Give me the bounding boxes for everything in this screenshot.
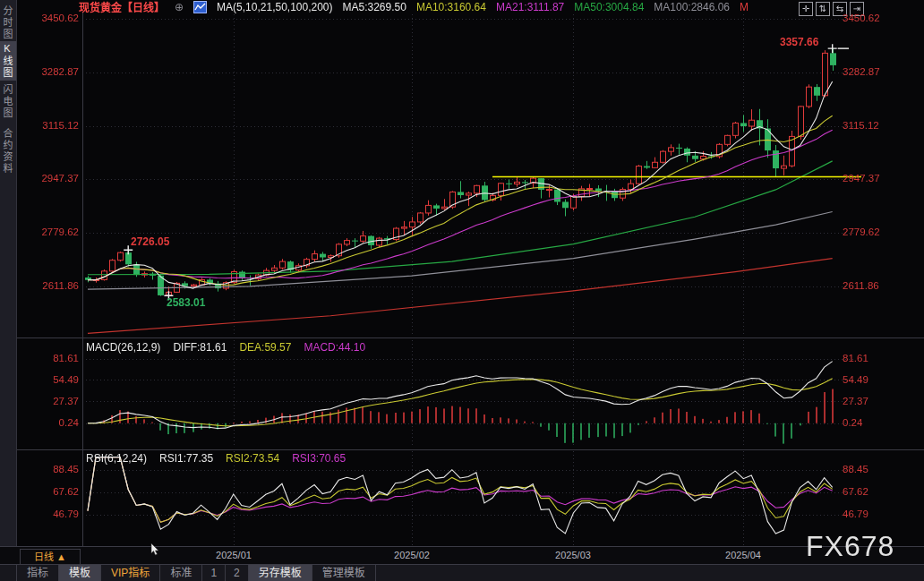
ma5-value: MA5:3269.50	[343, 1, 406, 13]
macd-diff-value: DIFF:81.61	[173, 341, 227, 354]
macd-dea-value: DEA:59.57	[239, 341, 291, 354]
macd-axis-label: 27.37	[25, 396, 79, 406]
watermark: FX678	[806, 530, 894, 563]
sidebar-item-contract-info[interactable]: 合约资料	[0, 125, 16, 177]
tab-standard[interactable]: 标准	[160, 565, 202, 581]
left-sidebar: 分时图 K线图 闪电图 合约资料	[0, 0, 17, 564]
price-axis-label: 2947.37	[25, 173, 79, 184]
x-axis-date-label: 2025/04	[714, 550, 772, 560]
rsi-axis-label: 46.79	[25, 508, 79, 519]
sidebar-item-lightning-chart[interactable]: 闪电图	[0, 82, 16, 120]
rsi1-value: RSI1:77.35	[159, 452, 213, 465]
ma50-value: MA50:3004.84	[574, 1, 644, 13]
macd-axis-label: 27.37	[843, 396, 896, 406]
price-axis-label: 3450.62	[843, 13, 896, 23]
rsi2-value: RSI2:73.54	[226, 452, 279, 465]
price-axis-label: 2611.86	[25, 280, 79, 291]
macd-axis-label: 0.24	[843, 417, 896, 428]
trading-app-window: 分时图 K线图 闪电图 合约资料 现货黄金【日线】 ⊕ MA(5,10,21,5…	[0, 0, 924, 581]
rsi-axis-label: 46.79	[843, 508, 896, 519]
tab-manage-template[interactable]: 管理模板	[312, 565, 376, 581]
macd-axis-label: 0.24	[25, 417, 79, 428]
price-axis-label: 2779.62	[843, 226, 896, 237]
period-selector[interactable]: 日线 ▲	[20, 549, 81, 565]
macd-axis-label: 81.61	[843, 353, 896, 363]
ma-config-label: MA(5,10,21,50,100,200)	[217, 1, 332, 13]
high-annotation: 3357.66	[780, 36, 818, 48]
price-axis-label: 3115.12	[843, 120, 896, 131]
price-axis-label: 3282.87	[843, 66, 896, 77]
rsi-header: RSI(6,12,24) RSI1:77.35 RSI2:73.54 RSI3:…	[86, 452, 346, 465]
indicator-chart-icon[interactable]	[193, 1, 207, 13]
ma10-value: MA10:3160.64	[416, 1, 486, 13]
rsi-axis-label: 67.62	[25, 486, 79, 497]
status-bar: 日线 ▲ 2025/01 2025/02 2025/03 2025/04	[0, 546, 924, 565]
chart-header: 现货黄金【日线】 ⊕ MA(5,10,21,50,100,200) MA5:32…	[79, 0, 749, 13]
high-annotation: 2726.05	[131, 235, 169, 248]
price-axis-label: 2779.62	[25, 226, 79, 237]
tab-save-template[interactable]: 另存模板	[249, 565, 312, 581]
bottom-tab-bar: 指标 模板 VIP指标 标准 1 2 另存模板 管理模板	[0, 564, 924, 581]
price-axis-label: 2947.37	[843, 173, 896, 184]
symbol-title: 现货黄金【日线】	[79, 0, 165, 14]
x-axis-date-label: 2025/03	[544, 550, 602, 560]
price-axis-label: 3115.12	[25, 120, 79, 131]
x-axis-date-label: 2025/02	[383, 550, 441, 560]
circle-plus-icon[interactable]: ⊕	[175, 1, 184, 13]
triangle-up-icon: ▲	[56, 551, 66, 562]
sidebar-item-candle-chart[interactable]: K线图	[0, 41, 16, 81]
macd-axis-label: 54.49	[25, 374, 79, 385]
tab-2[interactable]: 2	[226, 565, 249, 581]
tab-templates[interactable]: 模板	[59, 565, 101, 581]
price-axis-label: 3450.62	[25, 13, 79, 23]
period-tag: 【日线】	[122, 2, 165, 14]
rsi3-value: RSI3:70.65	[292, 452, 346, 465]
macd-axis-label: 81.61	[25, 353, 79, 363]
macd-header: MACD(26,12,9) DIFF:81.61 DEA:59.57 MACD:…	[86, 341, 365, 354]
ma200-value-truncated: M	[740, 1, 749, 13]
tab-1[interactable]: 1	[202, 565, 226, 581]
rsi-axis-label: 67.62	[843, 486, 896, 497]
price-axis-label: 2611.86	[843, 280, 896, 291]
macd-hist-value: MACD:44.10	[304, 341, 365, 354]
period-label: 日线	[34, 551, 54, 562]
crosshair-icon[interactable]: ✛	[799, 2, 813, 16]
rsi-axis-label: 88.45	[25, 464, 79, 474]
tab-indicators[interactable]: 指标	[16, 565, 59, 581]
low-annotation: 2583.01	[167, 296, 205, 309]
rsi-axis-label: 88.45	[843, 464, 896, 474]
symbol-name: 现货黄金	[79, 2, 122, 14]
macd-axis-label: 54.49	[843, 374, 896, 385]
tab-vip-indicators[interactable]: VIP指标	[101, 565, 160, 581]
x-axis-date-label: 2025/01	[205, 550, 262, 560]
sidebar-item-time-chart[interactable]: 分时图	[0, 4, 16, 41]
ma100-value: MA100:2846.06	[654, 1, 730, 13]
chart-canvas[interactable]	[0, 0, 924, 581]
vertical-scale-icon[interactable]: ⇅	[816, 2, 830, 16]
rsi-params: RSI(6,12,24)	[86, 452, 147, 465]
macd-params: MACD(26,12,9)	[86, 341, 160, 354]
price-axis-label: 3282.87	[25, 66, 79, 77]
mouse-cursor	[150, 543, 159, 560]
ma21-value: MA21:3111.87	[496, 1, 564, 13]
